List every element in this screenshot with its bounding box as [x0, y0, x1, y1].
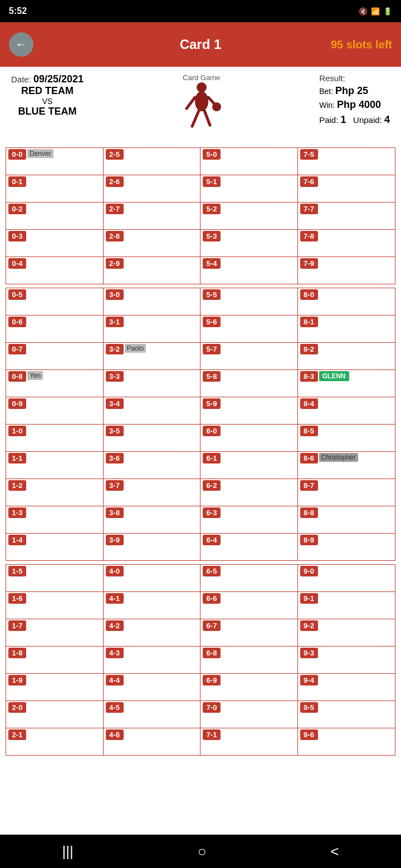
list-item[interactable]: 8-4	[298, 397, 395, 424]
list-item[interactable]: 2-9	[104, 257, 201, 284]
list-item[interactable]: 0-5	[6, 288, 104, 315]
list-item[interactable]: 5-9	[200, 397, 298, 424]
list-item[interactable]: 9-6	[298, 728, 395, 755]
list-item[interactable]: 7-6	[298, 175, 395, 202]
list-item[interactable]: 4-0	[104, 565, 201, 591]
list-item[interactable]: 1-6	[6, 592, 104, 619]
list-item[interactable]: 0-6	[6, 315, 104, 342]
list-item[interactable]: 5-5	[200, 288, 298, 315]
list-item[interactable]: 5-2	[200, 203, 298, 229]
score-badge: 6-9	[203, 675, 221, 685]
list-item[interactable]: 8-1	[298, 315, 395, 342]
list-item[interactable]: 3-6	[104, 452, 201, 479]
list-item[interactable]: 5-1	[200, 175, 298, 202]
list-item[interactable]: 9-4	[298, 674, 395, 701]
list-item[interactable]: 1-8	[6, 647, 104, 673]
list-item[interactable]: 8-2	[298, 343, 395, 369]
list-item[interactable]: 6-6	[200, 592, 298, 619]
list-item[interactable]: 0-4	[6, 257, 104, 284]
list-item[interactable]: 1-1	[6, 452, 104, 479]
list-item[interactable]: 3-5	[104, 425, 201, 451]
list-item[interactable]: 3-7	[104, 479, 201, 506]
list-item[interactable]: 7-5	[298, 148, 395, 175]
list-item[interactable]: 6-8	[200, 647, 298, 673]
list-item[interactable]: 0-7	[6, 343, 104, 369]
list-item[interactable]: 5-0	[200, 148, 298, 175]
list-item[interactable]: 4-3	[104, 647, 201, 673]
list-item[interactable]: 3-0	[104, 288, 201, 315]
list-item[interactable]: 7-1	[200, 728, 298, 755]
back-button[interactable]: ←	[9, 32, 33, 57]
list-item[interactable]: 9-2	[298, 619, 395, 646]
list-item[interactable]: 8-7	[298, 479, 395, 506]
list-item[interactable]: 6-4	[200, 534, 298, 560]
list-item[interactable]: 3-8	[104, 506, 201, 533]
list-item[interactable]: 1-5	[6, 565, 104, 591]
score-badge: 7-5	[300, 149, 318, 160]
list-item[interactable]: 6-0	[200, 425, 298, 451]
list-item[interactable]: 5-7	[200, 343, 298, 369]
list-item[interactable]: 0-2	[6, 203, 104, 229]
list-item[interactable]: 1-3	[6, 506, 104, 533]
list-item[interactable]: 3-3	[104, 370, 201, 397]
list-item[interactable]: 8-0	[298, 288, 395, 315]
list-item[interactable]: 6-9	[200, 674, 298, 701]
list-item[interactable]: 7-0	[200, 701, 298, 728]
list-item[interactable]: 1-4	[6, 534, 104, 560]
list-item[interactable]: 2-1	[6, 728, 104, 755]
list-item[interactable]: 0-9	[6, 397, 104, 424]
list-item[interactable]: 0-3	[6, 230, 104, 257]
list-item[interactable]: 6-3	[200, 506, 298, 533]
list-item[interactable]: 2-6	[104, 175, 201, 202]
list-item[interactable]: 1-2	[6, 479, 104, 506]
list-item[interactable]: 6-5	[200, 565, 298, 591]
list-item[interactable]: 4-1	[104, 592, 201, 619]
list-item[interactable]: 4-2	[104, 619, 201, 646]
list-item[interactable]: 9-0	[298, 565, 395, 591]
list-item[interactable]: 9-3	[298, 647, 395, 673]
list-item[interactable]: 0-8Yen	[6, 370, 104, 397]
list-item[interactable]: 3-9	[104, 534, 201, 560]
list-item[interactable]: 6-7	[200, 619, 298, 646]
basketball-icon	[182, 82, 221, 137]
list-item[interactable]: 4-6	[104, 728, 201, 755]
list-item[interactable]: 4-5	[104, 701, 201, 728]
list-item[interactable]: 5-3	[200, 230, 298, 257]
list-item[interactable]: 8-9	[298, 534, 395, 560]
list-item[interactable]: 2-7	[104, 203, 201, 229]
score-badge: 1-2	[8, 480, 26, 491]
score-badge: 5-1	[203, 176, 221, 187]
list-item[interactable]: 2-8	[104, 230, 201, 257]
list-item[interactable]: 3-4	[104, 397, 201, 424]
list-item[interactable]: 6-2	[200, 479, 298, 506]
list-item[interactable]: 1-0	[6, 425, 104, 451]
list-item[interactable]: 1-9	[6, 674, 104, 701]
list-item[interactable]: 9-1	[298, 592, 395, 619]
list-item[interactable]: 2-5	[104, 148, 201, 175]
list-item[interactable]: 5-4	[200, 257, 298, 284]
list-item[interactable]: 0-0Denver	[6, 148, 104, 175]
list-item[interactable]: 6-1	[200, 452, 298, 479]
list-item[interactable]: 7-7	[298, 203, 395, 229]
list-item[interactable]: 4-4	[104, 674, 201, 701]
list-item[interactable]: 7-8	[298, 230, 395, 257]
list-item[interactable]: 9-5	[298, 701, 395, 728]
list-item[interactable]: 3-2Paolo	[104, 343, 201, 369]
list-item[interactable]: 3-1	[104, 315, 201, 342]
list-item[interactable]: 5-6	[200, 315, 298, 342]
nav-back-icon[interactable]: |||	[62, 843, 73, 860]
list-item[interactable]: 8-5	[298, 425, 395, 451]
list-item[interactable]: 2-0	[6, 701, 104, 728]
list-item[interactable]: 8-3GLENN	[298, 370, 395, 397]
list-item[interactable]: 0-1	[6, 175, 104, 202]
nav-recent-icon[interactable]: <	[330, 843, 339, 860]
list-item[interactable]: 1-7	[6, 619, 104, 646]
score-badge: 1-0	[8, 426, 26, 436]
nav-home-icon[interactable]: ○	[198, 843, 207, 860]
list-item[interactable]: 5-8	[200, 370, 298, 397]
svg-line-6	[204, 111, 210, 125]
list-item[interactable]: 8-6Christopher	[298, 452, 395, 479]
list-item[interactable]: 7-9	[298, 257, 395, 284]
list-item[interactable]: 8-8	[298, 506, 395, 533]
score-badge: 8-9	[300, 535, 318, 545]
